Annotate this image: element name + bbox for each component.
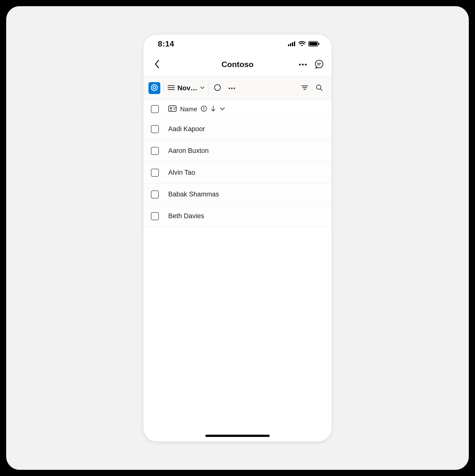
nav-header: Contoso xyxy=(143,53,332,76)
svg-point-18 xyxy=(214,85,220,91)
svg-rect-6 xyxy=(318,43,319,45)
separator xyxy=(164,82,164,94)
record-row[interactable]: Alvin Tao xyxy=(143,162,332,184)
svg-rect-0 xyxy=(288,44,289,46)
record-list: Aadi Kapoor Aaron Buxton Alvin Tao Babak… xyxy=(143,118,332,227)
view-label: Nov… xyxy=(177,84,197,92)
home-indicator[interactable] xyxy=(205,435,270,437)
row-checkbox[interactable] xyxy=(151,212,159,220)
chat-button[interactable] xyxy=(314,59,325,70)
column-name-header[interactable]: Name xyxy=(168,105,225,113)
more-horizontal-icon xyxy=(299,62,307,67)
svg-rect-3 xyxy=(294,41,295,46)
svg-rect-1 xyxy=(290,43,291,46)
status-indicators xyxy=(288,41,320,47)
row-checkbox[interactable] xyxy=(151,147,159,155)
row-checkbox[interactable] xyxy=(151,169,159,177)
svg-point-21 xyxy=(234,88,235,89)
record-row[interactable]: Aaron Buxton xyxy=(143,140,332,162)
record-indicator-button[interactable] xyxy=(212,83,223,94)
circle-icon xyxy=(214,84,221,92)
contact-card-icon xyxy=(168,105,177,113)
app-frame: 8:14 xyxy=(6,6,469,470)
svg-point-28 xyxy=(170,107,172,109)
svg-point-13 xyxy=(151,85,157,91)
view-selector[interactable]: Nov… xyxy=(167,84,205,92)
chevron-left-icon xyxy=(154,60,160,70)
svg-point-8 xyxy=(302,64,304,65)
cellular-icon xyxy=(288,41,296,46)
chevron-down-icon xyxy=(200,86,205,90)
search-icon xyxy=(316,84,323,92)
column-name-label: Name xyxy=(180,105,197,113)
sort-down-icon xyxy=(211,105,216,113)
info-icon xyxy=(201,105,207,113)
svg-point-7 xyxy=(299,64,301,65)
svg-point-14 xyxy=(153,86,156,89)
wifi-icon xyxy=(298,41,306,47)
svg-point-19 xyxy=(229,88,230,89)
name-cell: Babak Shammas xyxy=(168,190,219,198)
svg-line-26 xyxy=(320,89,322,91)
filter-icon xyxy=(301,85,308,91)
record-row[interactable]: Beth Davies xyxy=(143,205,332,227)
name-cell: Aaron Buxton xyxy=(168,147,209,155)
name-cell: Alvin Tao xyxy=(168,169,195,176)
svg-point-20 xyxy=(231,88,233,89)
select-all-checkbox[interactable] xyxy=(151,105,159,113)
app-tile[interactable] xyxy=(148,82,160,94)
record-row[interactable]: Babak Shammas xyxy=(143,184,332,205)
name-cell: Aadi Kapoor xyxy=(168,125,205,133)
chat-icon xyxy=(314,59,324,70)
filter-button[interactable] xyxy=(299,83,310,94)
status-time: 8:14 xyxy=(158,39,174,48)
list-icon xyxy=(167,85,175,92)
overflow-button[interactable] xyxy=(297,59,308,70)
more-horizontal-icon xyxy=(228,86,235,90)
svg-point-33 xyxy=(204,110,204,110)
toolbar-overflow-button[interactable] xyxy=(226,83,237,94)
record-row[interactable]: Aadi Kapoor xyxy=(143,118,332,140)
svg-rect-5 xyxy=(309,42,317,46)
toolbar: Nov… xyxy=(143,76,332,100)
row-checkbox[interactable] xyxy=(151,190,159,198)
battery-icon xyxy=(308,41,320,47)
column-header: Name xyxy=(143,100,332,118)
status-bar: 8:14 xyxy=(143,35,332,53)
search-button[interactable] xyxy=(314,83,325,94)
svg-rect-2 xyxy=(292,42,293,46)
phone-screen: 8:14 xyxy=(143,35,332,441)
chevron-down-icon xyxy=(219,107,225,112)
back-button[interactable] xyxy=(151,59,162,70)
row-checkbox[interactable] xyxy=(151,125,159,133)
svg-rect-27 xyxy=(169,106,176,112)
app-logo-icon xyxy=(151,84,158,92)
name-cell: Beth Davies xyxy=(168,212,204,220)
separator xyxy=(208,82,209,94)
svg-point-9 xyxy=(305,64,307,65)
